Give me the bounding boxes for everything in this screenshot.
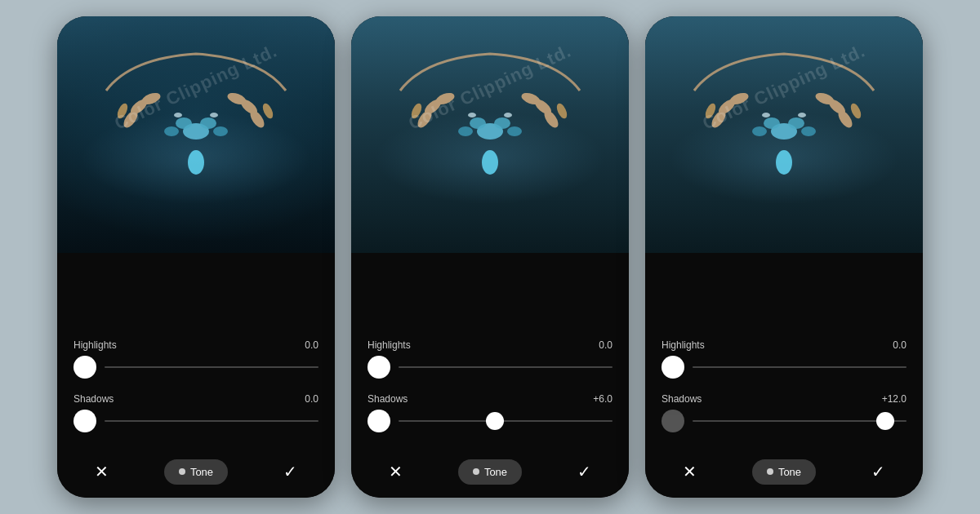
svg-point-13 <box>188 150 204 175</box>
shadows-label-3: Shadows <box>662 393 702 405</box>
shadows-section-1: Shadows 0.0 <box>74 393 318 432</box>
svg-point-23 <box>555 101 569 119</box>
phone-frame-1: Color Clipping Ltd. Highlights 0.0 Shado… <box>57 16 335 498</box>
svg-point-47 <box>798 113 806 117</box>
highlights-section-2: Highlights 0.0 <box>368 339 612 379</box>
photo-area-3: Color Clipping Ltd. <box>645 16 923 253</box>
shadows-section-3: Shadows +12.0 <box>662 393 906 432</box>
svg-point-26 <box>494 117 510 129</box>
highlights-thumb-3[interactable] <box>662 356 684 379</box>
confirm-button-3[interactable]: ✓ <box>867 460 890 483</box>
highlights-slider-3[interactable] <box>662 356 906 379</box>
phone-frame-2: Color Clipping Ltd. Highlights 0.0 Shado… <box>351 16 629 498</box>
shadows-value-3: +12.0 <box>882 393 906 405</box>
svg-point-9 <box>176 117 192 129</box>
shadows-track-2[interactable] <box>399 420 612 422</box>
svg-point-41 <box>764 117 780 129</box>
highlights-slider-1[interactable] <box>74 356 318 379</box>
highlights-label-1: Highlights <box>74 339 117 351</box>
shadows-value-1: 0.0 <box>305 393 318 405</box>
svg-point-27 <box>458 126 473 136</box>
necklace-illustration-3 <box>678 42 890 205</box>
cancel-button-2[interactable]: ✕ <box>384 460 407 483</box>
svg-point-39 <box>849 101 863 119</box>
highlights-section-3: Highlights 0.0 <box>662 339 906 379</box>
highlights-thumb-2[interactable] <box>368 356 390 379</box>
tone-pill-2[interactable]: Tone <box>458 459 522 485</box>
svg-point-31 <box>504 113 512 117</box>
shadows-slider-2[interactable] <box>368 410 612 432</box>
svg-point-45 <box>776 150 792 175</box>
confirm-button-2[interactable]: ✓ <box>573 460 596 483</box>
shadows-label-2: Shadows <box>368 393 408 405</box>
svg-point-30 <box>468 113 476 117</box>
svg-point-10 <box>200 117 216 129</box>
highlights-section-1: Highlights 0.0 <box>74 339 318 379</box>
bottom-bar-3: ✕ Tone ✓ <box>662 445 906 498</box>
highlights-thumb-1[interactable] <box>74 356 96 379</box>
svg-point-12 <box>213 126 228 136</box>
svg-point-43 <box>752 126 767 136</box>
svg-point-44 <box>801 126 816 136</box>
tone-dot-3 <box>767 468 773 475</box>
photo-area-1: Color Clipping Ltd. <box>57 16 335 253</box>
shadows-thumb-left-2[interactable] <box>368 410 390 432</box>
bottom-bar-1: ✕ Tone ✓ <box>74 445 318 498</box>
controls-area-3: Highlights 0.0 Shadows +12.0 ✕ <box>645 253 923 498</box>
highlights-slider-2[interactable] <box>368 356 612 379</box>
shadows-value-2: +6.0 <box>593 393 612 405</box>
highlights-label-3: Highlights <box>662 339 705 351</box>
svg-point-25 <box>470 117 486 129</box>
controls-area-2: Highlights 0.0 Shadows +6.0 ✕ <box>351 253 629 498</box>
necklace-illustration-2 <box>384 42 596 205</box>
tone-dot-2 <box>473 468 479 475</box>
shadows-slider-1[interactable] <box>74 410 318 432</box>
highlights-track-2[interactable] <box>399 366 612 368</box>
highlights-track-1[interactable] <box>105 366 318 368</box>
bottom-bar-2: ✕ Tone ✓ <box>368 445 612 498</box>
highlights-label-2: Highlights <box>368 339 411 351</box>
shadows-label-1: Shadows <box>74 393 114 405</box>
shadows-thumb-ontrack-2[interactable] <box>486 412 504 430</box>
shadows-slider-3[interactable] <box>662 410 906 432</box>
shadows-thumb-1[interactable] <box>74 410 96 432</box>
cancel-button-3[interactable]: ✕ <box>678 460 701 483</box>
svg-point-28 <box>507 126 522 136</box>
tone-label-3: Tone <box>778 466 801 478</box>
highlights-track-3[interactable] <box>693 366 906 368</box>
svg-point-11 <box>164 126 179 136</box>
svg-point-15 <box>210 113 218 117</box>
tone-pill-1[interactable]: Tone <box>164 459 228 485</box>
necklace-illustration-1 <box>90 42 302 205</box>
svg-point-14 <box>174 113 182 117</box>
shadows-track-1[interactable] <box>105 420 318 422</box>
tone-dot-1 <box>179 468 185 475</box>
shadows-thumb-ontrack-3[interactable] <box>876 412 894 430</box>
photo-area-2: Color Clipping Ltd. <box>351 16 629 253</box>
shadows-thumb-left-3 <box>662 410 684 432</box>
controls-area-1: Highlights 0.0 Shadows 0.0 ✕ Tone <box>57 253 335 498</box>
tone-label-1: Tone <box>190 466 213 478</box>
svg-point-29 <box>482 150 498 175</box>
shadows-section-2: Shadows +6.0 <box>368 393 612 432</box>
highlights-value-2: 0.0 <box>599 339 612 351</box>
confirm-button-1[interactable]: ✓ <box>279 460 302 483</box>
cancel-button-1[interactable]: ✕ <box>90 460 113 483</box>
phone-frame-3: Color Clipping Ltd. Highlights 0.0 Shado… <box>645 16 923 498</box>
svg-point-46 <box>762 113 770 117</box>
highlights-value-1: 0.0 <box>305 339 318 351</box>
svg-point-42 <box>788 117 804 129</box>
shadows-track-3[interactable] <box>693 420 906 422</box>
tone-label-2: Tone <box>484 466 507 478</box>
tone-pill-3[interactable]: Tone <box>752 459 816 485</box>
highlights-value-3: 0.0 <box>893 339 906 351</box>
svg-point-7 <box>261 101 275 119</box>
